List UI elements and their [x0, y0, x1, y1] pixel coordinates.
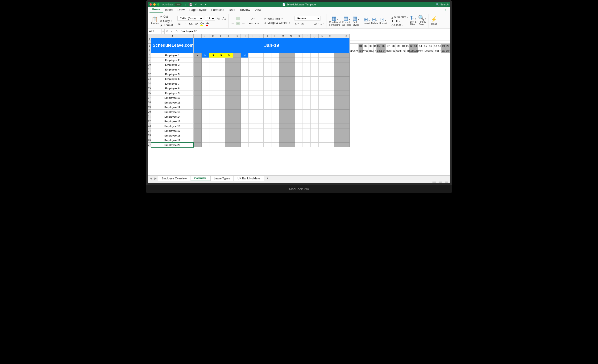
row-header[interactable]: 24: [148, 128, 151, 133]
leave-cell[interactable]: [295, 105, 303, 110]
leave-cell[interactable]: [271, 124, 279, 128]
leave-cell[interactable]: [303, 114, 311, 119]
leave-cell[interactable]: [311, 81, 319, 86]
day-dow-cell[interactable]: Wed: [395, 48, 401, 53]
leave-cell[interactable]: [263, 62, 271, 67]
leave-cell[interactable]: [233, 110, 241, 114]
leave-cell[interactable]: [342, 95, 350, 100]
col-header[interactable]: E: [217, 34, 225, 38]
leave-cell[interactable]: [194, 124, 201, 128]
leave-cell[interactable]: [326, 133, 334, 138]
leave-cell[interactable]: [318, 67, 326, 72]
leave-cell[interactable]: S: [225, 53, 233, 58]
tab-review[interactable]: Review: [238, 7, 253, 13]
day-num-cell[interactable]: 14: [418, 44, 423, 48]
leave-cell[interactable]: [241, 67, 249, 72]
leave-cell[interactable]: S: [209, 53, 217, 58]
leave-cell[interactable]: [326, 110, 334, 114]
leave-cell[interactable]: [233, 114, 241, 119]
confirm-formula-icon[interactable]: ✓: [169, 30, 174, 33]
save-icon[interactable]: 💾: [189, 3, 192, 6]
leave-cell[interactable]: [334, 58, 342, 62]
leave-cell[interactable]: [342, 119, 350, 124]
leave-cell[interactable]: [225, 77, 233, 81]
leave-cell[interactable]: [279, 105, 287, 110]
leave-cell[interactable]: [342, 110, 350, 114]
leave-cell[interactable]: [334, 124, 342, 128]
leave-cell[interactable]: [201, 124, 209, 128]
leave-cell[interactable]: [194, 133, 201, 138]
col-header[interactable]: J: [256, 34, 263, 38]
leave-cell[interactable]: [256, 81, 263, 86]
leave-cell[interactable]: [326, 86, 334, 91]
leave-cell[interactable]: [201, 114, 209, 119]
select-all-corner[interactable]: [148, 34, 151, 38]
leave-cell[interactable]: [271, 91, 279, 95]
leave-cell[interactable]: [249, 119, 256, 124]
leave-cell[interactable]: [194, 62, 201, 67]
leave-cell[interactable]: [318, 100, 326, 105]
leave-cell[interactable]: [263, 95, 271, 100]
leave-cell[interactable]: [256, 119, 263, 124]
row-header[interactable]: 21: [148, 114, 151, 119]
leave-cell[interactable]: [241, 58, 249, 62]
conditional-formatting-icon[interactable]: ▦: [332, 16, 339, 21]
leave-cell[interactable]: [342, 53, 350, 58]
leave-cell[interactable]: [225, 67, 233, 72]
leave-cell[interactable]: [225, 62, 233, 67]
leave-cell[interactable]: [225, 100, 233, 105]
tab-insert[interactable]: Insert: [163, 7, 175, 13]
leave-cell[interactable]: [326, 119, 334, 124]
row-header[interactable]: 15: [148, 86, 151, 91]
leave-cell[interactable]: [342, 114, 350, 119]
day-num-cell[interactable]: 13: [413, 44, 418, 48]
leave-cell[interactable]: [263, 86, 271, 91]
leave-cell[interactable]: [303, 53, 311, 58]
leave-cell[interactable]: [233, 119, 241, 124]
leave-cell[interactable]: [326, 114, 334, 119]
row-header[interactable]: 19: [148, 105, 151, 110]
leave-cell[interactable]: [217, 143, 225, 147]
leave-cell[interactable]: [342, 133, 350, 138]
leave-cell[interactable]: [334, 91, 342, 95]
leave-cell[interactable]: [194, 81, 201, 86]
leave-cell[interactable]: [209, 95, 217, 100]
align-top-icon[interactable]: [231, 17, 235, 20]
leave-cell[interactable]: [334, 62, 342, 67]
employee-name-cell[interactable]: Employee 1: [151, 53, 194, 58]
leave-cell[interactable]: [256, 62, 263, 67]
leave-cell[interactable]: [249, 91, 256, 95]
leave-cell[interactable]: [209, 133, 217, 138]
leave-cell[interactable]: [287, 100, 295, 105]
leave-cell[interactable]: [256, 100, 263, 105]
leave-cell[interactable]: [201, 72, 209, 77]
leave-cell[interactable]: [295, 100, 303, 105]
leave-cell[interactable]: [233, 105, 241, 110]
employee-name-cell[interactable]: Employee 10: [151, 95, 194, 100]
day-dow-cell[interactable]: Thu: [369, 48, 373, 53]
leave-cell[interactable]: [249, 138, 256, 143]
day-num-cell[interactable]: 15: [423, 44, 428, 48]
maximize-icon[interactable]: [157, 3, 159, 6]
month-banner[interactable]: Jan-19: [194, 38, 350, 53]
leave-cell[interactable]: [279, 128, 287, 133]
view-normal-icon[interactable]: [432, 182, 436, 183]
leave-cell[interactable]: [225, 124, 233, 128]
leave-cell[interactable]: [311, 143, 319, 147]
leave-cell[interactable]: [295, 91, 303, 95]
leave-cell[interactable]: [249, 133, 256, 138]
leave-cell[interactable]: [225, 58, 233, 62]
leave-cell[interactable]: [342, 86, 350, 91]
leave-cell[interactable]: [342, 105, 350, 110]
leave-cell[interactable]: [287, 110, 295, 114]
leave-cell[interactable]: [249, 110, 256, 114]
fill-button[interactable]: ⬇ Fill: [391, 19, 408, 23]
leave-cell[interactable]: [209, 81, 217, 86]
leave-cell[interactable]: [334, 86, 342, 91]
leave-cell[interactable]: [342, 100, 350, 105]
day-dow-cell[interactable]: Sat: [441, 48, 445, 53]
paste-icon[interactable]: 📋: [152, 17, 158, 22]
leave-cell[interactable]: [256, 58, 263, 62]
sheet-tab-leave-types[interactable]: Leave Types: [210, 176, 233, 181]
leave-cell[interactable]: [342, 124, 350, 128]
